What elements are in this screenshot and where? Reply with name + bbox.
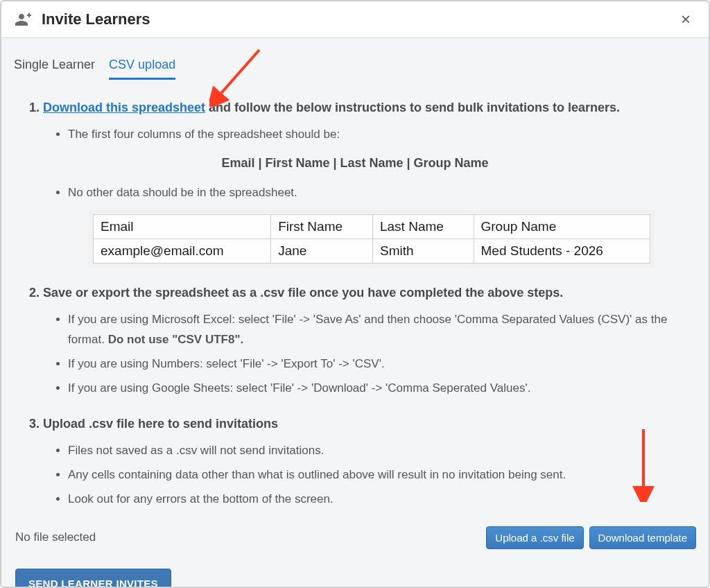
add-person-icon (15, 11, 32, 28)
modal-body: Single Learner CSV upload 1. Download th… (1, 38, 709, 587)
step1-bullet-2: No other data should be in the spreadshe… (68, 183, 696, 203)
table-row: example@email.com Jane Smith Med Student… (94, 239, 650, 263)
columns-format-line: Email | First Name | Last Name | Group N… (14, 156, 696, 171)
send-invites-button[interactable]: SEND LEARNER INVITES (15, 569, 171, 588)
step3-bullet-1: Files not saved as a .csv will not send … (68, 441, 696, 461)
step-1-rest: and follow the below instructions to sen… (205, 101, 620, 114)
step-2-heading: 2. Save or export the spreadsheet as a .… (29, 284, 696, 302)
close-button[interactable]: × (677, 10, 695, 29)
step2-bullet-1: If you are using Microsoft Excel: select… (68, 310, 696, 350)
download-template-button[interactable]: Download template (589, 526, 696, 549)
th-group: Group Name (474, 214, 650, 239)
th-lastname: Last Name (372, 214, 474, 239)
modal-header: Invite Learners × (1, 1, 709, 38)
step1-bullet-1: The first four columns of the spreadshee… (68, 125, 696, 145)
step2-bullet-3: If you are using Google Sheets: select '… (68, 379, 696, 399)
modal-title: Invite Learners (42, 10, 677, 28)
tab-single-learner[interactable]: Single Learner (14, 58, 95, 80)
step-1-number: 1. (29, 101, 43, 114)
step-2: 2. Save or export the spreadsheet as a .… (14, 284, 696, 399)
td-email: example@email.com (94, 239, 271, 263)
step2-bullet-2: If you are using Numbers: select 'File' … (68, 354, 696, 374)
th-firstname: First Name (271, 214, 373, 239)
step-3-heading: 3. Upload .csv file here to send invitat… (29, 415, 696, 433)
example-table: Email First Name Last Name Group Name ex… (93, 214, 650, 263)
tabs-row: Single Learner CSV upload (14, 38, 696, 83)
upload-csv-button[interactable]: Upload a .csv file (486, 526, 583, 549)
step3-bullet-2: Any cells containing data other than wha… (68, 465, 696, 485)
file-status-text: No file selected (15, 530, 480, 544)
td-lastname: Smith (372, 239, 474, 263)
td-firstname: Jane (271, 239, 373, 263)
th-email: Email (94, 214, 271, 239)
step-1-heading: 1. Download this spreadsheet and follow … (29, 99, 696, 116)
step-3: 3. Upload .csv file here to send invitat… (14, 415, 696, 510)
footer-row: SEND LEARNER INVITES (14, 569, 696, 588)
step2-b1-bold: Do not use "CSV UTF8". (108, 333, 244, 346)
file-upload-row: No file selected Upload a .csv file Down… (14, 526, 696, 549)
step3-bullet-3: Look out for any errors at the bottom of… (68, 490, 696, 510)
tab-csv-upload[interactable]: CSV upload (109, 58, 175, 80)
table-row: Email First Name Last Name Group Name (94, 214, 650, 239)
td-group: Med Students - 2026 (474, 239, 650, 263)
step-1: 1. Download this spreadsheet and follow … (14, 99, 696, 268)
example-table-wrap: Email First Name Last Name Group Name ex… (89, 210, 655, 268)
download-spreadsheet-link[interactable]: Download this spreadsheet (43, 101, 205, 114)
